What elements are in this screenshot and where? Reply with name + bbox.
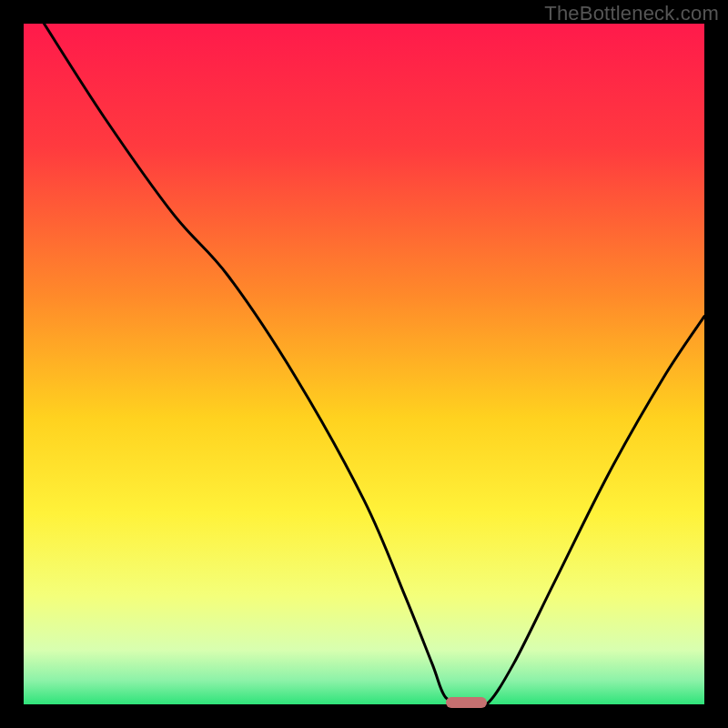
- optimal-range-marker: [446, 697, 487, 708]
- chart-frame: TheBottleneck.com: [0, 0, 728, 728]
- watermark-text: TheBottleneck.com: [544, 2, 719, 25]
- gradient-background: [24, 24, 704, 704]
- bottleneck-chart: [24, 24, 704, 704]
